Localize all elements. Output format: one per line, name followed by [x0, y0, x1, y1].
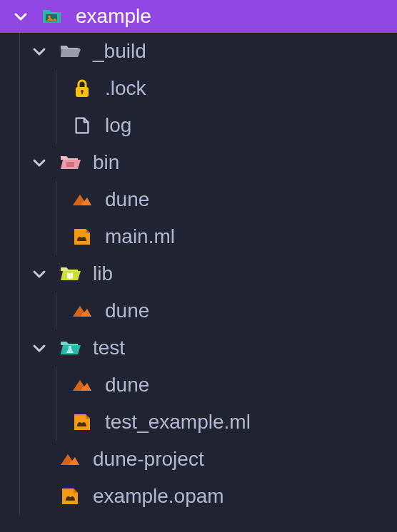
file-label: example.opam: [93, 485, 224, 508]
indent-guide: [19, 107, 20, 144]
chevron-down-icon: [31, 266, 47, 282]
chevron-down-icon: [13, 9, 29, 24]
chevron-down-icon: [31, 340, 47, 356]
indent-guide: [19, 255, 20, 292]
folder-row-bin[interactable]: bin: [0, 144, 397, 181]
root-label: example: [76, 5, 151, 28]
file-label: .lock: [105, 77, 146, 100]
indent-guide: [19, 441, 20, 478]
folder-label: bin: [93, 151, 119, 174]
file-row-lock[interactable]: .lock: [0, 70, 397, 107]
indent-guide: [19, 404, 20, 441]
indent-guide: [19, 70, 20, 107]
indent-guide: [19, 367, 20, 404]
file-icon: [71, 116, 93, 135]
ocaml-file-icon: [71, 412, 93, 432]
folder-lib-icon: [59, 264, 81, 284]
file-label: dune: [105, 300, 149, 322]
file-row-bin-dune[interactable]: dune: [0, 181, 397, 218]
ocaml-file-icon: [71, 227, 93, 247]
opam-file-icon: [59, 486, 81, 506]
folder-test-icon: [59, 338, 81, 358]
indent-guide: [19, 218, 20, 255]
indent-guide: [19, 478, 20, 515]
file-row-example-opam[interactable]: example.opam: [0, 478, 397, 515]
root-image-folder-icon: [41, 6, 63, 26]
file-row-bin-main[interactable]: main.ml: [0, 218, 397, 255]
file-row-test-dune[interactable]: dune: [0, 367, 397, 404]
folder-label: test: [93, 337, 125, 359]
file-label: dune: [105, 374, 149, 397]
file-row-lib-dune[interactable]: dune: [0, 292, 397, 329]
indent-guide: [19, 144, 20, 181]
file-explorer-tree: example _build .lock log: [0, 0, 397, 532]
folder-row-build[interactable]: _build: [0, 33, 397, 70]
folder-bin-icon: [59, 153, 81, 173]
dune-icon: [71, 190, 93, 210]
indent-guide: [56, 292, 56, 329]
file-label: dune: [105, 188, 149, 211]
indent-guide: [19, 181, 20, 218]
indent-guide: [19, 33, 20, 70]
file-label: main.ml: [105, 225, 175, 248]
folder-row-test[interactable]: test: [0, 329, 397, 367]
indent-guide: [56, 404, 56, 441]
folder-row-lib[interactable]: lib: [0, 255, 397, 292]
indent-guide: [56, 70, 56, 107]
dune-icon: [59, 449, 81, 469]
folder-open-icon: [59, 41, 81, 61]
root-row[interactable]: example: [0, 0, 397, 33]
file-label: dune-project: [93, 448, 204, 471]
file-row-test-example[interactable]: test_example.ml: [0, 404, 397, 441]
file-label: test_example.ml: [105, 411, 251, 434]
indent-guide: [56, 218, 56, 255]
dune-icon: [71, 375, 93, 395]
chevron-down-icon: [31, 155, 47, 170]
indent-guide: [19, 292, 20, 329]
indent-guide: [56, 107, 56, 144]
chevron-down-icon: [31, 44, 47, 59]
indent-guide: [19, 329, 20, 367]
dune-icon: [71, 301, 93, 321]
file-row-log[interactable]: log: [0, 107, 397, 144]
folder-label: lib: [93, 262, 113, 285]
indent-guide: [56, 367, 56, 404]
file-row-dune-project[interactable]: dune-project: [0, 441, 397, 478]
folder-label: _build: [93, 40, 146, 63]
indent-guide: [56, 181, 56, 218]
lock-icon: [71, 78, 93, 98]
file-label: log: [105, 114, 131, 137]
